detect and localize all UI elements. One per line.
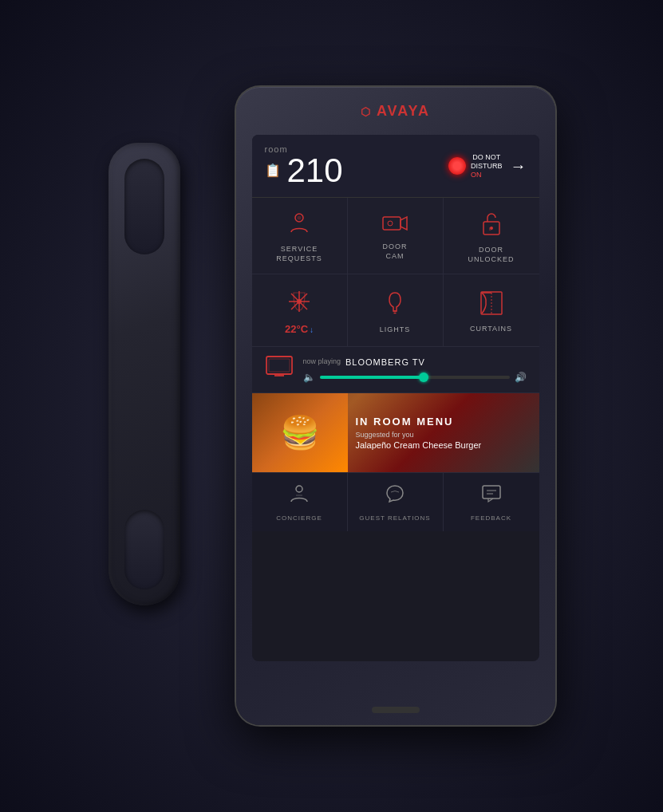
volume-fill xyxy=(320,376,424,379)
temperature-button[interactable]: 22°C ↓ xyxy=(252,274,348,346)
guest-relations-label: GUEST RELATIONS xyxy=(359,514,430,522)
bottom-navigation: CONCIERGE GUEST RELATIONS xyxy=(252,473,539,531)
service-requests-icon xyxy=(287,211,311,238)
menu-item-name: Jalapeño Cream Cheese Burger xyxy=(356,440,482,450)
volume-knob[interactable] xyxy=(419,372,428,382)
curtains-button[interactable]: CURTAINS xyxy=(444,274,539,346)
room-number-value: 210 xyxy=(287,154,343,187)
feedback-label: FEEDBACK xyxy=(471,514,511,522)
door-unlocked-icon: 0 xyxy=(481,211,502,239)
door-unlocked-button[interactable]: 0 DOORUNLOCKED xyxy=(444,198,539,274)
feedback-button[interactable]: FEEDBACK xyxy=(444,473,539,531)
temperature-icon xyxy=(287,290,311,317)
svg-point-21 xyxy=(296,486,302,492)
grid-row-2: 22°C ↓ LIGHTS xyxy=(252,274,539,347)
tv-icon xyxy=(265,355,294,384)
volume-high-icon: 🔊 xyxy=(515,372,527,383)
svg-text:0: 0 xyxy=(489,227,491,231)
concierge-button[interactable]: CONCIERGE xyxy=(252,473,348,531)
door-cam-button[interactable]: DOORCAM xyxy=(348,198,444,274)
menu-title: IN ROOM MENU xyxy=(356,416,482,428)
volume-control[interactable]: 🔈 🔊 xyxy=(303,372,527,383)
menu-subtitle: Suggested for you xyxy=(356,431,482,439)
menu-content: IN ROOM MENU Suggested for you Jalapeño … xyxy=(252,393,491,472)
dnd-section[interactable]: DO NOTDISTURB ON → xyxy=(448,153,527,179)
grid-row-1: SERVICEREQUESTS DOORCAM xyxy=(252,198,539,274)
svg-marker-3 xyxy=(401,217,407,230)
room-icon: 📋 xyxy=(265,164,281,177)
now-playing-title: BLOOMBERG TV xyxy=(345,357,425,367)
svg-rect-23 xyxy=(483,486,500,499)
svg-rect-2 xyxy=(383,217,401,230)
concierge-icon xyxy=(288,483,310,510)
phone-bottom-bar xyxy=(372,707,420,713)
screen: room 📋 210 DO NOTDISTURB ON → xyxy=(252,135,539,661)
service-requests-button[interactable]: SERVICEREQUESTS xyxy=(252,198,348,274)
svg-point-12 xyxy=(297,299,302,304)
room-info: room 📋 210 xyxy=(265,144,343,187)
phone-device: AVAYA room 📋 210 DO NOTDISTURB xyxy=(85,47,579,765)
brand-logo-area: AVAYA xyxy=(316,99,476,123)
concierge-label: CONCIERGE xyxy=(276,514,322,522)
lights-label: LIGHTS xyxy=(380,325,411,335)
screen-header: room 📋 210 DO NOTDISTURB ON → xyxy=(252,135,539,198)
svg-rect-20 xyxy=(269,359,290,372)
feedback-icon xyxy=(480,483,503,510)
arrow-button[interactable]: → xyxy=(511,157,527,175)
lights-button[interactable]: LIGHTS xyxy=(348,274,444,346)
svg-point-1 xyxy=(298,216,302,220)
room-menu-banner[interactable]: 🍔 IN ROOM MENU Suggested for you Jalapeñ… xyxy=(252,393,539,473)
curtains-icon xyxy=(480,291,503,318)
room-number: 📋 210 xyxy=(265,154,343,187)
avaya-logo: AVAYA xyxy=(361,103,430,120)
now-playing-section[interactable]: now playing BLOOMBERG TV 🔈 🔊 xyxy=(252,347,539,393)
dnd-status: ON xyxy=(471,171,503,179)
phone-body: AVAYA room 📋 210 DO NOTDISTURB xyxy=(236,87,555,725)
lights-icon xyxy=(385,290,405,319)
door-cam-label: DOORCAM xyxy=(383,242,408,261)
handset xyxy=(109,143,180,605)
volume-low-icon: 🔈 xyxy=(303,372,315,383)
guest-relations-button[interactable]: GUEST RELATIONS xyxy=(348,473,444,531)
guest-relations-icon xyxy=(384,483,406,510)
dnd-badge[interactable]: DO NOTDISTURB ON xyxy=(448,153,503,179)
door-cam-icon xyxy=(381,214,408,236)
volume-bar[interactable] xyxy=(320,376,510,379)
svg-point-4 xyxy=(388,221,393,226)
service-requests-label: SERVICEREQUESTS xyxy=(276,245,322,263)
now-playing-label: now playing xyxy=(303,357,341,365)
curtains-label: CURTAINS xyxy=(470,325,512,334)
dnd-dot xyxy=(448,157,466,175)
dnd-text-block: DO NOTDISTURB ON xyxy=(471,153,503,179)
temperature-value: 22°C ↓ xyxy=(285,323,314,335)
playing-info: now playing BLOOMBERG TV 🔈 🔊 xyxy=(303,357,527,383)
door-unlocked-label: DOORUNLOCKED xyxy=(468,246,514,264)
dnd-label: DO NOTDISTURB xyxy=(471,153,503,171)
